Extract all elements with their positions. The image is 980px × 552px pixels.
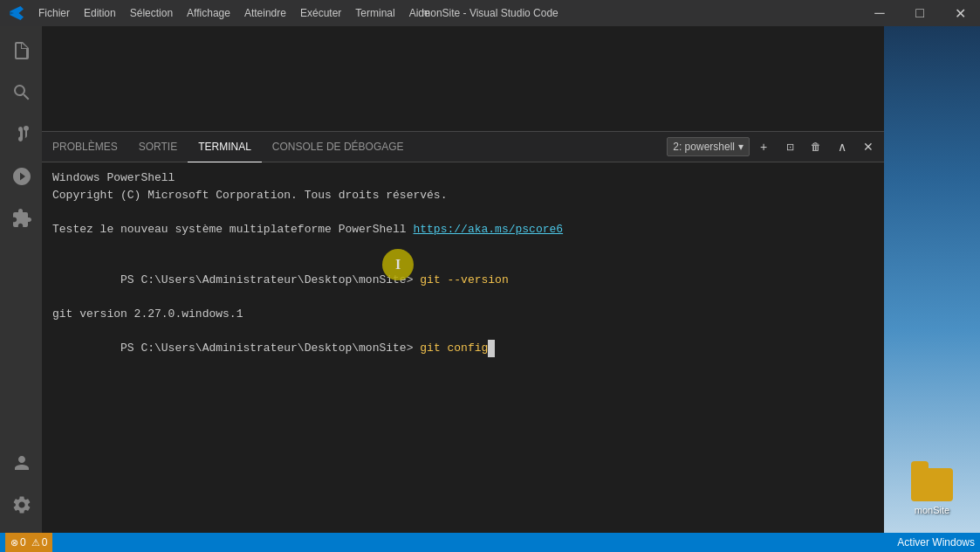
term-line-8: PS C:\Users\Administrateur\Desktop\monSi… [52, 323, 874, 375]
menu-terminal[interactable]: Terminal [348, 0, 401, 26]
tab-terminal[interactable]: TERMINAL [188, 132, 262, 162]
menu-atteindre[interactable]: Atteindre [237, 0, 293, 26]
account-icon[interactable] [0, 442, 42, 484]
split-terminal-button[interactable]: ⊡ [778, 135, 802, 159]
terminal-panel: PROBLÈMES SORTIE TERMINAL CONSOLE DE DÉB… [42, 131, 884, 533]
command-1: git --version [420, 273, 508, 286]
pscore6-link[interactable]: https://aka.ms/pscore6 [413, 223, 563, 236]
term-line-1: Windows PowerShell [52, 169, 874, 187]
menu-selection[interactable]: Sélection [123, 0, 180, 26]
desktop-folder[interactable]: monSite [911, 468, 953, 515]
maximize-button[interactable]: □ [900, 0, 940, 26]
extensions-icon[interactable] [0, 197, 42, 239]
titlebar-left: Fichier Edition Sélection Affichage Atte… [7, 0, 437, 26]
window-controls: ─ □ ✕ [860, 0, 980, 26]
chevron-up-icon[interactable]: ∧ [830, 135, 854, 159]
term-line-5 [52, 238, 874, 255]
command-2: git config [420, 342, 488, 355]
kill-terminal-button[interactable]: 🗑 [804, 135, 828, 159]
terminal-content[interactable]: Windows PowerShell Copyright (C) Microso… [42, 162, 884, 533]
statusbar: ⊗ 0 ⚠ 0 Activer Windows [0, 533, 980, 552]
terminal-controls: 2: powershell ▾ + ⊡ 🗑 ∧ ✕ [667, 135, 884, 159]
close-panel-button[interactable]: ✕ [856, 135, 881, 159]
folder-label: monSite [915, 505, 949, 515]
error-count: 0 [20, 536, 26, 549]
tab-console-debogage[interactable]: CONSOLE DE DÉBOGAGE [262, 132, 415, 162]
explorer-icon[interactable] [0, 30, 42, 72]
menu-affichage[interactable]: Affichage [180, 0, 237, 26]
settings-icon[interactable] [0, 484, 42, 526]
status-left: ⊗ 0 ⚠ 0 [0, 533, 52, 552]
debug-run-icon[interactable] [0, 155, 42, 197]
activity-bar-bottom [0, 442, 42, 533]
terminal-shell-dropdown[interactable]: 2: powershell ▾ [667, 137, 750, 156]
term-line-7: git version 2.27.0.windows.1 [52, 306, 874, 323]
term-line-2: Copyright (C) Microsoft Corporation. Tou… [52, 187, 874, 204]
source-control-icon[interactable] [0, 114, 42, 155]
menu-fichier[interactable]: Fichier [31, 0, 77, 26]
term-line-3 [52, 204, 874, 221]
status-errors-warnings[interactable]: ⊗ 0 ⚠ 0 [5, 533, 52, 552]
chevron-down-icon: ▾ [738, 141, 744, 153]
search-icon[interactable] [0, 72, 42, 114]
window-title: monSite - Visual Studio Code [421, 7, 559, 19]
menu-executer[interactable]: Exécuter [293, 0, 348, 26]
add-terminal-button[interactable]: + [751, 135, 776, 159]
warning-count: 0 [42, 536, 48, 549]
menu-bar: Fichier Edition Sélection Affichage Atte… [31, 0, 437, 26]
minimize-button[interactable]: ─ [860, 0, 900, 26]
status-right: Activer Windows [892, 533, 980, 552]
main-layout: PROBLÈMES SORTIE TERMINAL CONSOLE DE DÉB… [0, 26, 980, 533]
vscode-logo-icon [7, 3, 26, 23]
activate-windows-text: Activer Windows [897, 536, 975, 549]
tab-problemes[interactable]: PROBLÈMES [42, 132, 128, 162]
desktop-area: monSite [884, 26, 980, 533]
term-line-4: Testez le nouveau système multiplateform… [52, 221, 874, 238]
warning-icon: ⚠ [31, 537, 40, 549]
prompt-2: PS C:\Users\Administrateur\Desktop\monSi… [120, 342, 420, 355]
titlebar: Fichier Edition Sélection Affichage Atte… [0, 0, 980, 26]
terminal-shell-label: 2: powershell [673, 141, 735, 153]
folder-icon [911, 468, 953, 501]
editor-area: PROBLÈMES SORTIE TERMINAL CONSOLE DE DÉB… [42, 26, 884, 533]
prompt-1: PS C:\Users\Administrateur\Desktop\monSi… [120, 273, 420, 286]
terminal-tabs-bar: PROBLÈMES SORTIE TERMINAL CONSOLE DE DÉB… [42, 132, 884, 162]
term-line-6: PS C:\Users\Administrateur\Desktop\monSi… [52, 255, 874, 307]
error-icon: ⊗ [10, 537, 18, 549]
menu-edition[interactable]: Edition [77, 0, 123, 26]
activity-bar [0, 26, 42, 533]
close-button[interactable]: ✕ [940, 0, 980, 26]
activate-windows[interactable]: Activer Windows [892, 533, 980, 552]
tab-sortie[interactable]: SORTIE [128, 132, 188, 162]
